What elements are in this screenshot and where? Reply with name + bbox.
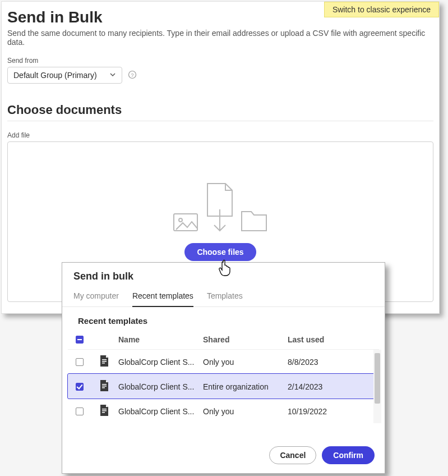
svg-rect-8 — [102, 384, 107, 385]
send-from-dropdown[interactable]: Default Group (Primary) — [7, 67, 122, 84]
dropzone-illustration — [173, 182, 268, 233]
cell-shared: Entire organization — [203, 382, 288, 391]
col-name: Name — [118, 335, 203, 344]
col-shared: Shared — [203, 335, 288, 344]
cell-last-used: 8/8/2023 — [288, 358, 372, 367]
cancel-button[interactable]: Cancel — [269, 446, 316, 464]
scrollbar-thumb[interactable] — [375, 353, 380, 404]
choose-documents-title: Choose documents — [7, 103, 433, 117]
table-row[interactable]: GlobalCorp Client S... Only you 10/19/20… — [68, 399, 379, 423]
col-last-used: Last used — [288, 335, 372, 344]
table-row[interactable]: GlobalCorp Client S... Entire organizati… — [68, 374, 379, 399]
choose-files-button[interactable]: Choose files — [184, 243, 256, 261]
cell-shared: Only you — [203, 407, 288, 416]
svg-rect-11 — [102, 409, 107, 410]
divider — [7, 121, 433, 121]
help-icon[interactable]: ? — [128, 70, 137, 81]
pointer-cursor-icon — [218, 259, 233, 278]
select-all-checkbox[interactable] — [76, 336, 84, 344]
file-picker-modal: Send in bulk My computer Recent template… — [62, 262, 385, 474]
table-row[interactable]: GlobalCorp Client S... Only you 8/8/2023 — [68, 349, 379, 374]
row-checkbox[interactable] — [76, 358, 84, 366]
cell-name: GlobalCorp Client S... — [118, 382, 203, 391]
switch-classic-link[interactable]: Switch to classic experience — [324, 2, 439, 17]
document-icon — [99, 404, 118, 418]
tab-my-computer[interactable]: My computer — [73, 289, 119, 306]
modal-tabs: My computer Recent templates Templates — [62, 286, 385, 307]
cell-name: GlobalCorp Client S... — [118, 358, 203, 367]
page-subtitle: Send the same document to many recipient… — [7, 29, 433, 47]
svg-rect-5 — [102, 359, 107, 360]
svg-point-3 — [179, 218, 182, 222]
svg-rect-13 — [102, 412, 105, 413]
svg-rect-12 — [102, 410, 107, 411]
table-header: Name Shared Last used — [68, 330, 379, 349]
confirm-button[interactable]: Confirm — [322, 446, 375, 464]
send-from-label: Send from — [7, 57, 433, 65]
cell-last-used: 2/14/2023 — [288, 382, 372, 391]
tab-templates[interactable]: Templates — [207, 289, 243, 306]
svg-rect-6 — [102, 361, 107, 362]
tab-recent-templates[interactable]: Recent templates — [132, 289, 193, 307]
modal-footer: Cancel Confirm — [62, 437, 385, 473]
cell-last-used: 10/19/2022 — [288, 407, 372, 416]
document-icon — [99, 379, 118, 393]
template-list: Name Shared Last used GlobalCorp Client … — [68, 330, 379, 423]
svg-rect-10 — [102, 387, 105, 388]
list-title: Recent templates — [62, 307, 385, 330]
send-from-value: Default Group (Primary) — [13, 71, 97, 80]
svg-rect-7 — [102, 363, 105, 364]
row-checkbox[interactable] — [76, 383, 84, 391]
document-icon — [99, 355, 118, 369]
row-checkbox[interactable] — [76, 408, 84, 415]
svg-rect-9 — [102, 386, 107, 387]
cell-name: GlobalCorp Client S... — [118, 407, 203, 416]
add-file-label: Add file — [7, 131, 433, 139]
scrollbar[interactable] — [373, 350, 381, 423]
chevron-down-icon — [109, 71, 116, 80]
svg-text:?: ? — [131, 72, 133, 77]
cell-shared: Only you — [203, 358, 288, 367]
